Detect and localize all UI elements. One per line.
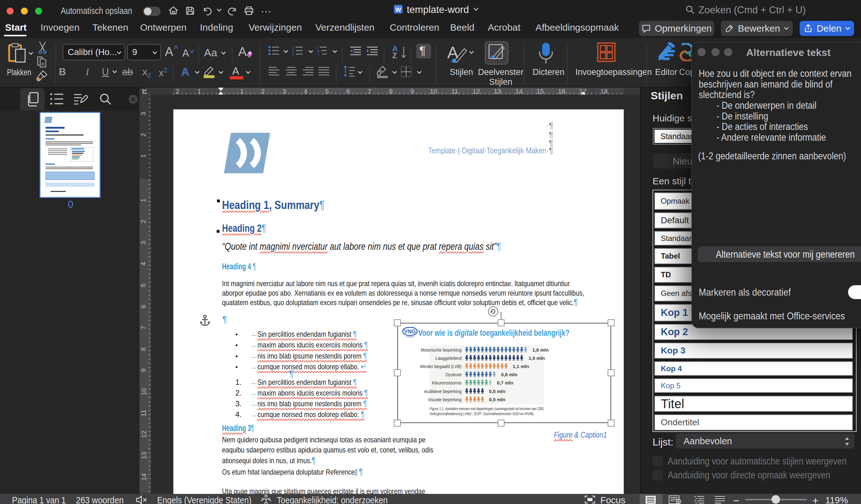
svg-text:3: 3	[292, 53, 294, 55]
svg-text:VNG: VNG	[404, 328, 416, 335]
svg-text:a: a	[317, 49, 319, 53]
svg-text:W: W	[395, 6, 401, 13]
svg-text:Realisatie: Realisatie	[406, 336, 414, 338]
svg-text:A: A	[447, 43, 458, 62]
svg-text:i: i	[318, 53, 319, 55]
svg-text:1: 1	[316, 46, 318, 49]
